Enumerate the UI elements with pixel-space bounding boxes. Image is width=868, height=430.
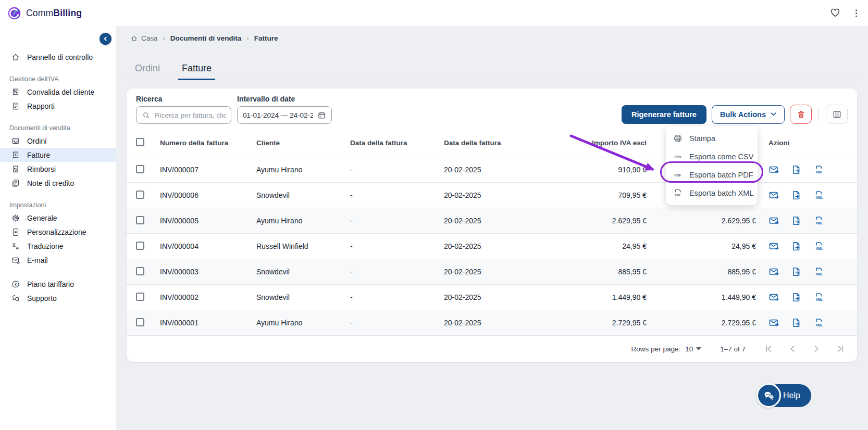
search-field (136, 106, 231, 124)
send-email-button[interactable] (768, 318, 780, 328)
export-xml-button[interactable]: XML (813, 165, 825, 175)
column-header-invoice-date-2[interactable]: Data della fattura (444, 139, 567, 147)
sidebar-item-invoices[interactable]: € Fatture (0, 148, 116, 162)
tab-orders[interactable]: Ordini (131, 58, 164, 80)
row-checkbox[interactable] (136, 242, 144, 250)
export-xml-button[interactable]: XML (813, 241, 825, 251)
row-checkbox[interactable] (136, 293, 144, 301)
column-header-invoice-number[interactable]: Numero della fattura (160, 139, 256, 147)
xml-file-icon: XML (813, 267, 825, 277)
column-settings-button[interactable] (826, 105, 848, 124)
menu-item-export-batch-pdf[interactable]: PDF Esporta batch PDF (666, 166, 758, 184)
send-email-button[interactable] (768, 165, 780, 175)
sidebar-item-label: Personalizzazione (27, 228, 86, 236)
help-button[interactable]: Help (757, 383, 811, 408)
date-range-value: 01-01-2024 — 24-02-202 (243, 111, 313, 119)
export-xml-button[interactable]: XML (813, 292, 825, 302)
sidebar-item-label: Pannello di controllo (27, 53, 93, 61)
export-pdf-button[interactable] (791, 190, 802, 200)
send-email-button[interactable] (768, 190, 780, 200)
columns-icon (832, 109, 842, 119)
table-row: INV/000004 Russell Winfield - 20-02-2025… (127, 233, 857, 259)
row-checkbox[interactable] (136, 318, 144, 326)
sidebar-item-label: Ordini (27, 137, 46, 145)
send-email-button[interactable] (768, 216, 780, 226)
row-checkbox[interactable] (136, 165, 144, 173)
pagination-range: 1–7 of 7 (720, 345, 746, 353)
table-row: INV/000001 Ayumu Hirano - 20-02-2025 2.7… (127, 310, 857, 335)
invoice-number-cell: INV/000003 (160, 268, 256, 276)
send-email-button[interactable] (768, 292, 780, 302)
calendar-icon (317, 111, 326, 120)
export-pdf-button[interactable] (791, 241, 802, 251)
receipt-percent-icon (11, 87, 20, 97)
breadcrumb-item[interactable]: Documenti di vendita (170, 34, 242, 42)
menu-item-export-batch-xml[interactable]: XML Esporta batch XML (666, 184, 758, 202)
menu-item-export-csv[interactable]: CSV Esporta come CSV (666, 147, 758, 166)
row-checkbox[interactable] (136, 267, 144, 275)
client-cell: Ayumu Hirano (256, 166, 350, 174)
overflow-menu-button[interactable] (855, 8, 858, 18)
export-pdf-button[interactable] (791, 318, 802, 328)
sidebar-item-email[interactable]: E-mail (0, 253, 116, 267)
select-all-checkbox[interactable] (136, 138, 144, 146)
sidebar-item-label: Fatture (27, 151, 50, 159)
send-email-button[interactable] (768, 267, 780, 277)
favorites-button[interactable] (830, 8, 840, 18)
sidebar-item-orders[interactable]: Ordini (0, 134, 116, 148)
document-icon (11, 102, 20, 111)
export-xml-button[interactable]: XML (813, 190, 825, 200)
amount-excl-cell: 885,95 € (567, 268, 647, 276)
regenerate-invoices-button[interactable]: Rigenerare fatture (622, 105, 706, 124)
first-page-button[interactable] (764, 345, 773, 353)
app-logo-icon (7, 6, 21, 20)
sidebar-item-support[interactable]: Supporto (0, 291, 116, 305)
column-header-client[interactable]: Cliente (256, 139, 350, 147)
search-input[interactable] (155, 111, 226, 119)
sidebar-collapse-button[interactable] (100, 33, 111, 45)
sidebar-item-customer-validation[interactable]: Convalida del cliente (0, 85, 116, 99)
rows-per-page-select[interactable]: 10 (685, 345, 701, 353)
sidebar-item-customization[interactable]: Personalizzazione (0, 225, 116, 239)
next-page-button[interactable] (812, 345, 821, 353)
row-checkbox[interactable] (136, 216, 144, 224)
last-page-button[interactable] (836, 345, 845, 353)
export-xml-button[interactable]: XML (813, 267, 825, 277)
tab-invoices[interactable]: Fatture (178, 58, 215, 80)
date-range-field[interactable]: 01-01-2024 — 24-02-202 (237, 106, 332, 124)
amount-excl-cell: 2.629,95 € (567, 217, 647, 225)
sidebar-item-dashboard[interactable]: Pannello di controllo (0, 50, 116, 64)
top-bar: CommBilling (0, 0, 868, 26)
export-pdf-button[interactable] (791, 216, 802, 226)
sidebar-item-translation[interactable]: A Traduzione (0, 239, 116, 253)
rows-per-page-label: Rows per page: (631, 345, 681, 353)
breadcrumb-home[interactable]: Casa (130, 34, 158, 42)
csv-icon: CSV (673, 151, 683, 162)
previous-page-button[interactable] (788, 345, 797, 353)
export-pdf-button[interactable] (791, 267, 802, 277)
sidebar-item-general[interactable]: Generale (0, 211, 116, 225)
sidebar-item-pricing-plan[interactable]: € Piano tariffario (0, 277, 116, 291)
sidebar-item-reports[interactable]: Rapporti (0, 99, 116, 113)
svg-text:XML: XML (815, 247, 823, 250)
sidebar-item-label: Convalida del cliente (27, 88, 94, 96)
bulk-actions-button[interactable]: Bulk Actions (712, 105, 785, 124)
bulk-actions-label: Bulk Actions (720, 110, 766, 119)
svg-text:XML: XML (675, 194, 681, 197)
inbox-icon (11, 136, 20, 146)
sidebar-item-refunds[interactable]: Rimborsi (0, 162, 116, 176)
row-checkbox[interactable] (136, 191, 144, 199)
delete-selected-button[interactable] (790, 105, 812, 124)
sidebar-item-credit-notes[interactable]: Note di credito (0, 176, 116, 190)
export-pdf-button[interactable] (791, 165, 802, 175)
column-header-amount-excl[interactable]: Importo IVA escl (567, 139, 647, 147)
export-xml-button[interactable]: XML (813, 216, 825, 226)
menu-item-print[interactable]: Stampa (666, 129, 758, 147)
envelope-send-icon (768, 267, 780, 277)
envelope-send-icon (768, 216, 780, 226)
column-header-invoice-date[interactable]: Data della fattura (350, 139, 444, 147)
send-email-button[interactable] (768, 241, 780, 251)
export-xml-button[interactable]: XML (813, 318, 825, 328)
translate-icon: A (11, 242, 20, 251)
export-pdf-button[interactable] (791, 292, 802, 302)
